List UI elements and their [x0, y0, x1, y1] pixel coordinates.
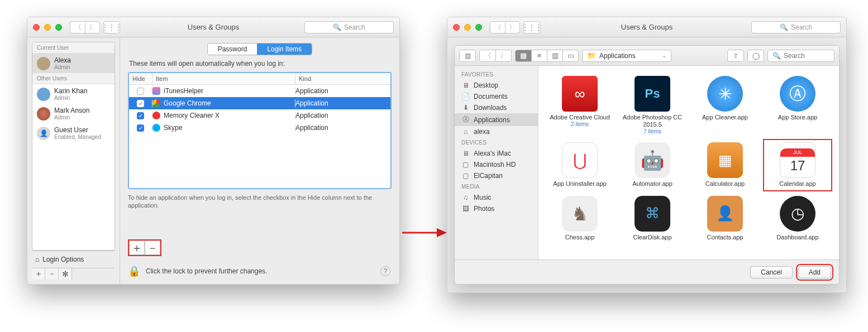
forward-icon[interactable]: 〉: [85, 22, 99, 33]
user-row[interactable]: Karin KhanAdmin: [32, 84, 115, 104]
tab-password[interactable]: Password: [208, 44, 257, 55]
sidebar-item-applications[interactable]: ⒶApplications: [455, 113, 538, 126]
minimize-icon[interactable]: [44, 24, 51, 31]
forward-icon[interactable]: 〉: [495, 50, 511, 61]
back-icon[interactable]: 〈: [70, 22, 85, 33]
list-view-icon[interactable]: ≡: [531, 50, 547, 61]
app-item[interactable]: 🤖Automator.app: [619, 140, 686, 190]
location-popup[interactable]: 📁 Applications ⌄: [582, 50, 671, 62]
login-options[interactable]: ⌂ Login Options: [32, 251, 115, 268]
add-item-button[interactable]: ＋: [129, 240, 145, 255]
close-icon[interactable]: [453, 24, 460, 31]
computer-icon: 🖥: [461, 150, 470, 157]
table-row[interactable]: ✓ Google Chrome Application: [129, 97, 390, 109]
app-item[interactable]: ◷Dashboard.app: [764, 194, 831, 243]
search-input[interactable]: 🔍 Search: [767, 50, 834, 62]
hide-hint: To hide an application when you log in, …: [128, 194, 392, 210]
calendar-icon: JUL17: [780, 142, 815, 178]
user-row[interactable]: AlexaAdmin: [32, 54, 115, 73]
app-item[interactable]: 👤Contacts.app: [691, 194, 759, 243]
sidebar-item-music[interactable]: ♫Music: [455, 192, 538, 203]
add-user-button[interactable]: ＋: [32, 268, 45, 280]
uninstaller-icon: ⋃: [562, 142, 598, 178]
avatar-icon: [37, 57, 50, 70]
app-item[interactable]: ✳App Cleaner.app: [691, 74, 759, 137]
app-item[interactable]: ⒶApp Store.app: [764, 74, 831, 137]
coverflow-view-icon[interactable]: ▭: [562, 50, 578, 61]
back-icon[interactable]: 〈: [490, 22, 505, 33]
add-remove-group: ＋ －: [128, 239, 161, 256]
app-item[interactable]: ⌘ClearDisk.app: [619, 194, 686, 243]
favorites-header: Favorites: [455, 69, 538, 80]
tags-icon[interactable]: ◯: [747, 50, 764, 62]
show-all-icon[interactable]: ⋮⋮⋮: [523, 21, 540, 33]
sidebar-item-documents[interactable]: 📄Documents: [455, 91, 538, 102]
hide-checkbox[interactable]: ✓: [137, 112, 144, 119]
nav-back-forward[interactable]: 〈 〉: [479, 50, 512, 62]
users-groups-window: 〈 〉 ⋮⋮⋮ Users & Groups 🔍 Search Current …: [27, 17, 400, 285]
share-icon[interactable]: ⇪: [727, 50, 744, 62]
sidebar-toggle-icon[interactable]: ▥: [459, 50, 476, 62]
search-input[interactable]: 🔍 Search: [751, 21, 841, 33]
minimize-icon[interactable]: [464, 24, 471, 31]
hide-checkbox[interactable]: ✓: [137, 124, 144, 132]
search-input[interactable]: 🔍 Search: [304, 21, 394, 33]
sidebar-item-macintosh-hd[interactable]: ▢Macintosh HD: [455, 159, 538, 170]
user-row[interactable]: 👤 Guest UserEnabled, Managed: [32, 123, 115, 143]
other-users-header: Other Users: [32, 73, 115, 84]
app-item[interactable]: ♞Chess.app: [546, 194, 613, 243]
action-menu-button[interactable]: ✻: [59, 268, 72, 280]
column-view-icon[interactable]: ▥: [547, 50, 562, 61]
app-item[interactable]: ∞Adobe Creative Cloud2 items: [546, 74, 613, 137]
downloads-icon: ⬇: [461, 104, 470, 112]
table-row[interactable]: ✓ Memory Cleaner X Application: [129, 109, 390, 122]
chess-icon: ♞: [562, 196, 598, 232]
tab-login-items[interactable]: Login Items: [257, 44, 312, 55]
cancel-button[interactable]: Cancel: [750, 266, 792, 278]
login-items-pane: Password Login Items These items will op…: [120, 37, 399, 284]
nav-back-forward[interactable]: 〈 〉: [490, 21, 520, 33]
zoom-icon[interactable]: [475, 24, 482, 31]
avatar-icon: 👤: [37, 127, 50, 140]
automator-icon: 🤖: [635, 142, 670, 178]
sidebar-item-home[interactable]: ⌂alexa: [455, 126, 538, 137]
contacts-icon: 👤: [707, 196, 743, 232]
add-button[interactable]: Add: [798, 266, 831, 278]
sidebar-item-imac[interactable]: 🖥Alexa's iMac: [455, 148, 538, 159]
hide-checkbox[interactable]: [137, 88, 144, 95]
user-row[interactable]: Mark AnsonAdmin: [32, 104, 115, 123]
login-items-table: Hide Item Kind iTunesHelper Application …: [128, 72, 392, 189]
app-item[interactable]: ▦Calculator.app: [691, 140, 759, 190]
sidebar-item-downloads[interactable]: ⬇Downloads: [455, 102, 538, 113]
media-header: Media: [455, 181, 538, 192]
search-icon: 🔍: [772, 52, 781, 60]
table-row[interactable]: iTunesHelper Application: [129, 85, 390, 97]
photoshop-icon: Ps: [635, 76, 670, 112]
zoom-icon[interactable]: [55, 24, 62, 31]
remove-user-button[interactable]: －: [45, 268, 59, 280]
lock-icon[interactable]: 🔒: [128, 265, 140, 277]
nav-back-forward[interactable]: 〈 〉: [70, 21, 100, 33]
calculator-icon: ▦: [707, 142, 743, 178]
app-cleaner-icon: ✳: [707, 76, 743, 112]
finder-sheet-window: 〈 〉 ⋮⋮⋮ Users & Groups 🔍 Search ▥ 〈 〉 ▦ …: [447, 17, 847, 293]
sidebar-item-photos[interactable]: 🖼Photos: [455, 203, 538, 214]
hide-checkbox[interactable]: ✓: [137, 100, 144, 107]
show-all-icon[interactable]: ⋮⋮⋮: [103, 21, 120, 33]
sidebar-item-desktop[interactable]: 🖥Desktop: [455, 80, 538, 91]
icon-view-icon[interactable]: ▦: [516, 50, 531, 61]
sidebar-item-elcapitan[interactable]: ▢ElCapitan: [455, 170, 538, 181]
forward-icon[interactable]: 〉: [505, 22, 519, 33]
app-item[interactable]: ⋃App Uninstaller.app: [546, 140, 613, 190]
search-icon: 🔍: [333, 23, 341, 31]
window-controls: [33, 24, 62, 31]
help-button[interactable]: ?: [380, 266, 390, 276]
table-row[interactable]: ✓ Skype Application: [129, 122, 390, 134]
app-item[interactable]: PsAdobe Photoshop CC 2015.57 items: [619, 74, 686, 137]
login-items-subtitle: These items will open automatically when…: [129, 60, 390, 68]
remove-item-button[interactable]: －: [145, 240, 160, 255]
view-mode-group[interactable]: ▦ ≡ ▥ ▭: [515, 50, 579, 62]
app-item-calendar[interactable]: JUL17Calendar.app: [764, 140, 831, 190]
close-icon[interactable]: [33, 24, 40, 31]
back-icon[interactable]: 〈: [480, 50, 495, 61]
